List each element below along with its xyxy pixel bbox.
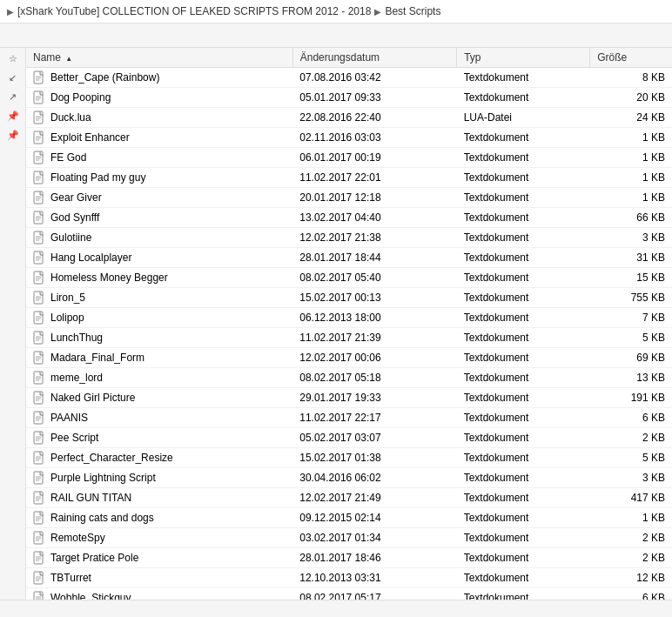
table-row[interactable]: Perfect_Character_Resize 15.02.2017 01:3… [26,448,672,468]
file-icon [33,531,45,545]
file-type: Textdokument [457,128,590,148]
col-header-name[interactable]: Name ▲ [26,48,292,68]
file-type: Textdokument [457,508,590,528]
table-row[interactable]: Target Pratice Pole 28.01.2017 18:46Text… [26,548,672,568]
file-size: 15 KB [590,268,672,288]
table-row[interactable]: God Synfff 13.02.2017 04:40Textdokument6… [26,208,672,228]
file-size: 1 KB [590,188,672,208]
file-name: Raining cats and dogs [50,512,154,524]
file-date: 08.02.2017 05:17 [292,588,456,600]
file-size: 12 KB [590,568,672,588]
file-name: Better_Cape (Rainbow) [50,71,159,84]
file-type: Textdokument [457,288,590,308]
table-row[interactable]: Duck.lua 22.08.2016 22:40LUA-Datei24 KB [26,108,672,128]
file-date: 15.02.2017 01:38 [292,448,456,468]
file-type: Textdokument [457,148,590,168]
sidebar-icon-2[interactable]: ↙ [6,70,20,84]
file-icon [33,351,45,365]
table-row[interactable]: Better_Cape (Rainbow) 07.08.2016 03:42Te… [26,68,672,88]
file-type: Textdokument [457,548,590,568]
table-row[interactable]: Homeless Money Begger 08.02.2017 05:40Te… [26,268,672,288]
table-row[interactable]: Pee Script 05.02.2017 03:07Textdokument2… [26,428,672,448]
file-date: 12.10.2013 03:31 [292,568,456,588]
file-size: 755 KB [590,288,672,308]
file-date: 05.02.2017 03:07 [292,428,456,448]
sidebar-icon-5[interactable]: 📌 [6,128,20,142]
file-name: LunchThug [50,332,103,344]
file-name: Gear Giver [50,191,102,204]
status-bar [0,600,672,617]
file-date: 08.02.2017 05:40 [292,268,456,288]
table-row[interactable]: RemoteSpy 03.02.2017 01:34Textdokument2 … [26,528,672,548]
table-row[interactable]: Gulotiine 12.02.2017 21:38Textdokument3 … [26,228,672,248]
file-date: 13.02.2017 04:40 [292,208,456,228]
file-type: Textdokument [457,528,590,548]
table-row[interactable]: Raining cats and dogs 09.12.2015 02:14Te… [26,508,672,528]
file-name: Hang Localplayer [50,251,131,264]
file-date: 03.02.2017 01:34 [292,528,456,548]
file-size: 31 KB [590,248,672,268]
file-icon [33,111,45,124]
file-type: Textdokument [457,68,590,88]
table-row[interactable]: LunchThug 11.02.2017 21:39Textdokument5 … [26,328,672,348]
breadcrumb-root[interactable]: [xShark YouTube] COLLECTION OF LEAKED SC… [17,5,371,17]
table-row[interactable]: RAIL GUN TITAN 12.02.2017 21:49Textdokum… [26,488,672,508]
file-date: 22.08.2016 22:40 [292,108,456,128]
table-row[interactable]: Madara_Final_Form 12.02.2017 00:06Textdo… [26,348,672,368]
sidebar-icon-4[interactable]: 📌 [6,109,20,123]
file-type: Textdokument [457,188,590,208]
file-name: RemoteSpy [50,532,105,544]
table-row[interactable]: Hang Localplayer 28.01.2017 18:44Textdok… [26,248,672,268]
table-row[interactable]: Naked Girl Picture 29.01.2017 19:33Textd… [26,388,672,408]
table-row[interactable]: PAANIS 11.02.2017 22:17Textdokument6 KB [26,408,672,428]
file-size: 2 KB [590,548,672,568]
col-header-size[interactable]: Größe [590,48,672,68]
file-size: 69 KB [590,348,672,368]
table-row[interactable]: FE God 06.01.2017 00:19Textdokument1 KB [26,148,672,168]
file-size: 5 KB [590,448,672,468]
file-type: Textdokument [457,408,590,428]
col-header-date[interactable]: Änderungsdatum [292,48,456,68]
file-type: Textdokument [457,208,590,228]
table-row[interactable]: Wobble_Stickguy 08.02.2017 05:17Textdoku… [26,588,672,600]
file-icon [33,491,45,505]
file-name: Homeless Money Begger [50,272,168,284]
sidebar-icon-1[interactable]: ☆ [6,51,20,65]
file-date: 28.01.2017 18:44 [292,248,456,268]
table-row[interactable]: Exploit Enhancer 02.11.2016 03:03Textdok… [26,128,672,148]
file-list-container[interactable]: Name ▲ Änderungsdatum Typ Größe [26,48,672,600]
sort-arrow-name: ▲ [65,55,72,63]
table-row[interactable]: Lolipop 06.12.2013 18:00Textdokument7 KB [26,308,672,328]
table-row[interactable]: Purple Lightning Script 30.04.2016 06:02… [26,468,672,488]
file-date: 06.12.2013 18:00 [292,308,456,328]
table-row[interactable]: Gear Giver 20.01.2017 12:18Textdokument1… [26,188,672,208]
breadcrumb-arrow-right: ▶ [374,7,381,17]
file-size: 66 KB [590,208,672,228]
file-size: 6 KB [590,588,672,600]
file-date: 05.01.2017 09:33 [292,88,456,108]
sidebar-icon-3[interactable]: ↗ [6,90,20,104]
file-date: 28.01.2017 18:46 [292,548,456,568]
file-date: 29.01.2017 19:33 [292,388,456,408]
table-row[interactable]: meme_lord 08.02.2017 05:18Textdokument13… [26,368,672,388]
file-date: 02.11.2016 03:03 [292,128,456,148]
toolbar [0,23,672,48]
file-size: 2 KB [590,428,672,448]
table-row[interactable]: Liron_5 15.02.2017 00:13Textdokument755 … [26,288,672,308]
file-type: Textdokument [457,328,590,348]
file-icon [33,251,45,265]
file-icon [33,91,45,104]
table-row[interactable]: Floating Pad my guy 11.02.2017 22:01Text… [26,168,672,188]
file-date: 20.01.2017 12:18 [292,188,456,208]
file-name: Target Pratice Pole [50,552,138,564]
file-size: 5 KB [590,328,672,348]
table-row[interactable]: Dog Pooping 05.01.2017 09:33Textdokument… [26,88,672,108]
table-row[interactable]: TBTurret 12.10.2013 03:31Textdokument12 … [26,568,672,588]
file-name: meme_lord [50,372,103,384]
file-size: 20 KB [590,88,672,108]
breadcrumb-active: Best Scripts [385,5,440,17]
file-size: 2 KB [590,528,672,548]
file-type: Textdokument [457,268,590,288]
col-header-type[interactable]: Typ [457,48,590,68]
file-type: Textdokument [457,168,590,188]
